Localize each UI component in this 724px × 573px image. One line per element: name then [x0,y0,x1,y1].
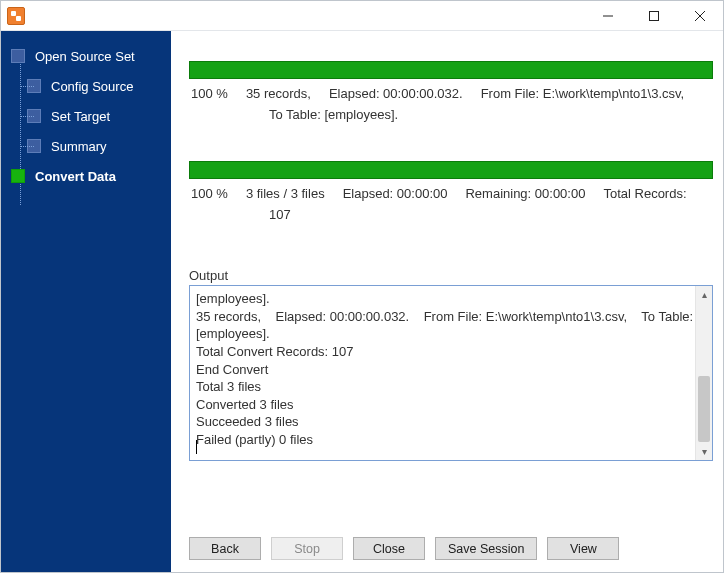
step-set-target[interactable]: Set Target [1,101,171,131]
step-open-source-set[interactable]: Open Source Set [1,41,171,71]
text-caret [196,440,197,454]
maximize-button[interactable] [631,1,677,30]
file-records: 35 records, [246,85,311,104]
output-line: Converted 3 files [196,397,294,412]
close-icon [695,11,705,21]
output-line: 35 records, Elapsed: 00:00:00.032. From … [196,309,697,342]
output-line: Succeeded 3 files [196,414,299,429]
output-line: [employees]. [196,291,270,306]
total-percent: 100 % [191,185,228,204]
step-label: Set Target [51,109,110,124]
file-progress-bar [189,61,713,79]
stop-button: Stop [271,537,343,560]
scroll-up-icon[interactable]: ▴ [696,286,712,303]
output-line: Failed (partly) 0 files [196,432,313,447]
step-marker-icon [27,109,41,123]
total-progress-bar [189,161,713,179]
output-line: End Convert [196,362,268,377]
file-elapsed: Elapsed: 00:00:00.032. [329,85,463,104]
window-buttons [585,1,723,30]
scroll-thumb[interactable] [698,376,710,442]
app-icon [7,7,25,25]
step-label: Convert Data [35,169,116,184]
maximize-icon [649,11,659,21]
step-label: Config Source [51,79,133,94]
close-window-button[interactable] [677,1,723,30]
total-remaining: Remaining: 00:00:00 [465,185,585,204]
output-label: Output [189,268,723,283]
save-session-button[interactable]: Save Session [435,537,537,560]
content-panel: 100 % 35 records, Elapsed: 00:00:00.032.… [171,31,723,572]
wizard-sidebar: Open Source Set Config Source Set Target… [1,31,171,572]
step-marker-icon [11,169,25,183]
file-from: From File: E:\work\temp\nto1\3.csv, [481,85,684,104]
button-bar: Back Stop Close Save Session View [171,527,723,572]
step-marker-icon [27,79,41,93]
step-marker-icon [27,139,41,153]
minimize-button[interactable] [585,1,631,30]
titlebar [1,1,723,31]
output-text[interactable]: [employees]. 35 records, Elapsed: 00:00:… [190,286,712,460]
file-to: To Table: [employees]. [269,107,398,122]
output-box: [employees]. 35 records, Elapsed: 00:00:… [189,285,713,461]
step-label: Summary [51,139,107,154]
file-progress-info: 100 % 35 records, Elapsed: 00:00:00.032.… [189,85,713,125]
view-button[interactable]: View [547,537,619,560]
step-convert-data[interactable]: Convert Data [1,161,171,191]
step-summary[interactable]: Summary [1,131,171,161]
total-files: 3 files / 3 files [246,185,325,204]
minimize-icon [603,11,613,21]
step-label: Open Source Set [35,49,135,64]
back-button[interactable]: Back [189,537,261,560]
svg-rect-1 [650,11,659,20]
step-config-source[interactable]: Config Source [1,71,171,101]
total-records-value: 107 [269,207,291,222]
step-marker-icon [11,49,25,63]
total-records-label: Total Records: [603,185,686,204]
output-scrollbar[interactable]: ▴ ▾ [695,286,712,460]
scroll-down-icon[interactable]: ▾ [696,443,712,460]
close-button[interactable]: Close [353,537,425,560]
file-percent: 100 % [191,85,228,104]
total-elapsed: Elapsed: 00:00:00 [343,185,448,204]
output-line: Total Convert Records: 107 [196,344,354,359]
output-line: Total 3 files [196,379,261,394]
total-progress-info: 100 % 3 files / 3 files Elapsed: 00:00:0… [189,185,713,225]
